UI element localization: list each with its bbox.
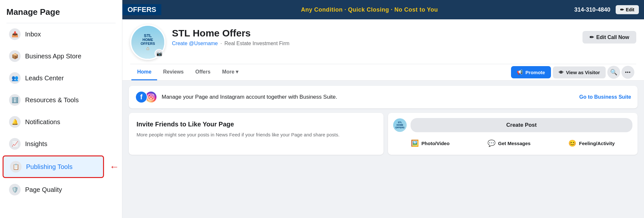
view-visitor-icon: 👁 xyxy=(559,70,564,75)
create-post-avatar: STLHOMEOFFERS xyxy=(393,118,407,132)
promote-label: Promote xyxy=(526,70,545,75)
get-messages-label: Get Messages xyxy=(498,141,531,146)
more-dots-icon: ••• xyxy=(625,70,631,75)
promote-button[interactable]: 📢 Promote xyxy=(511,66,551,78)
cards-row: Invite Friends to Like Your Page More pe… xyxy=(129,113,638,155)
search-icon: 🔍 xyxy=(610,69,617,76)
sidebar-item-resources-tools[interactable]: ℹ️ Resources & Tools xyxy=(3,90,119,110)
profile-avatar-wrapper: STL HOME OFFERS ⌂ 📷 xyxy=(130,25,166,60)
profile-info: STL Home Offers Create @Username · Real … xyxy=(172,25,576,46)
invite-card-title: Invite Friends to Like Your Page xyxy=(137,121,376,128)
sidebar-divider xyxy=(6,23,116,23)
sidebar-item-inbox[interactable]: 📥 Inbox xyxy=(3,24,119,45)
profile-meta: Create @Username · Real Estate Investmen… xyxy=(172,41,576,46)
cover-phone: 314-310-4840 xyxy=(574,6,610,13)
main-content: OFFERS Any Condition · Quick Closing · N… xyxy=(122,0,644,218)
tab-reviews[interactable]: Reviews xyxy=(157,64,189,80)
sidebar: Manage Page 📥 Inbox 📦 Business App Store… xyxy=(0,0,122,218)
leads-center-icon: 👥 xyxy=(9,72,21,84)
red-arrow-indicator: ← xyxy=(109,161,119,172)
view-as-visitor-button[interactable]: 👁 View as Visitor xyxy=(553,66,606,78)
sidebar-item-label: Leads Center xyxy=(25,74,64,82)
cover-banner-text: Any Condition · Quick Closing · No Cost … xyxy=(165,6,574,13)
avatar-text-offers: OFFERS xyxy=(141,42,155,45)
feeling-activity-label: Feeling/Activity xyxy=(579,141,615,146)
sidebar-item-publishing-tools[interactable]: 📋 Publishing Tools ← xyxy=(3,155,104,178)
cover-edit-icon: ✏ xyxy=(620,7,624,12)
sidebar-item-label: Business App Store xyxy=(25,53,81,60)
edit-call-pencil-icon: ✏ xyxy=(590,34,594,40)
inbox-icon: 📥 xyxy=(9,28,21,40)
profile-name: STL Home Offers xyxy=(172,28,576,39)
more-options-button[interactable]: ••• xyxy=(621,66,634,79)
get-messages-icon: 💬 xyxy=(488,139,496,147)
business-app-store-icon: 📦 xyxy=(9,50,21,62)
cover-edit-label: Edit xyxy=(626,7,634,12)
invite-card-description: More people might see your posts in News… xyxy=(137,131,376,139)
view-visitor-label: View as Visitor xyxy=(566,70,600,75)
sidebar-item-label: Publishing Tools xyxy=(26,163,72,171)
resources-tools-icon: ℹ️ xyxy=(9,94,21,106)
photo-video-icon: 🖼️ xyxy=(411,139,419,147)
sidebar-item-label: Page Quality xyxy=(25,186,62,193)
feeling-activity-action[interactable]: 😊 Feeling/Activity xyxy=(565,137,618,150)
nav-tabs-bar: Home Reviews Offers More ▾ 📢 Promote 👁 V… xyxy=(130,64,636,80)
profile-section: STL HOME OFFERS ⌂ 📷 STL Home Offers Crea… xyxy=(122,19,644,81)
content-area: f Manage your Page and Instagram account… xyxy=(122,81,644,160)
sidebar-item-label: Inbox xyxy=(25,31,41,38)
sidebar-item-page-quality[interactable]: 🛡️ Page Quality xyxy=(3,179,119,200)
avatar-text-stl: STL xyxy=(144,34,152,38)
get-messages-action[interactable]: 💬 Get Messages xyxy=(484,137,534,150)
sidebar-title: Manage Page xyxy=(0,0,122,23)
avatar-camera-button[interactable]: 📷 xyxy=(155,49,164,58)
profile-dot: · xyxy=(221,41,222,46)
sidebar-item-leads-center[interactable]: 👥 Leads Center xyxy=(3,68,119,88)
sidebar-item-insights[interactable]: 📈 Insights xyxy=(3,134,119,154)
edit-call-now-button[interactable]: ✏ Edit Call Now xyxy=(582,31,636,44)
sidebar-item-notifications[interactable]: 🔔 Notifications xyxy=(3,112,119,132)
profile-top: STL HOME OFFERS ⌂ 📷 STL Home Offers Crea… xyxy=(130,19,636,64)
profile-actions: ✏ Edit Call Now xyxy=(582,25,636,44)
tab-offers[interactable]: Offers xyxy=(190,64,216,80)
create-post-card: STLHOMEOFFERS Create Post 🖼️ Photo/Video… xyxy=(388,113,638,155)
cover-edit-button[interactable]: ✏ Edit xyxy=(616,5,639,14)
edit-call-label: Edit Call Now xyxy=(596,35,629,40)
sidebar-item-label: Insights xyxy=(25,140,47,148)
go-to-business-suite-button[interactable]: Go to Business Suite xyxy=(579,94,631,100)
facebook-icon: f xyxy=(135,91,147,103)
suite-icons: f xyxy=(135,91,157,103)
photo-video-action[interactable]: 🖼️ Photo/Video xyxy=(408,137,453,150)
create-post-top: STLHOMEOFFERS Create Post xyxy=(393,118,632,132)
search-button[interactable]: 🔍 xyxy=(607,66,620,79)
cover-offers-text: OFFERS xyxy=(122,4,161,15)
promote-icon: 📢 xyxy=(517,69,523,75)
create-post-button[interactable]: Create Post xyxy=(411,118,632,132)
suite-text: Manage your Page and Instagram account t… xyxy=(162,94,575,100)
create-post-actions: 🖼️ Photo/Video 💬 Get Messages 😊 Feeling/… xyxy=(393,137,632,150)
avatar-arrow-icon: ⌂ xyxy=(146,45,149,51)
page-quality-icon: 🛡️ xyxy=(9,184,21,195)
avatar-text-home: HOME xyxy=(143,38,153,42)
sidebar-item-label: Notifications xyxy=(25,118,60,126)
sidebar-item-label: Resources & Tools xyxy=(25,96,79,104)
insights-icon: 📈 xyxy=(9,138,21,150)
notifications-icon: 🔔 xyxy=(9,116,21,128)
tab-home[interactable]: Home xyxy=(131,64,157,80)
sidebar-item-business-app-store[interactable]: 📦 Business App Store xyxy=(3,46,119,66)
feeling-activity-icon: 😊 xyxy=(568,139,576,147)
photo-video-label: Photo/Video xyxy=(421,141,450,146)
invite-friends-card: Invite Friends to Like Your Page More pe… xyxy=(129,113,384,155)
profile-category: Real Estate Investment Firm xyxy=(224,41,289,46)
cover-area: OFFERS Any Condition · Quick Closing · N… xyxy=(122,0,644,19)
tab-more[interactable]: More ▾ xyxy=(216,64,244,80)
business-suite-banner: f Manage your Page and Instagram account… xyxy=(129,86,638,108)
profile-username-link[interactable]: Create @Username xyxy=(172,41,218,46)
publishing-tools-icon: 📋 xyxy=(10,161,22,173)
